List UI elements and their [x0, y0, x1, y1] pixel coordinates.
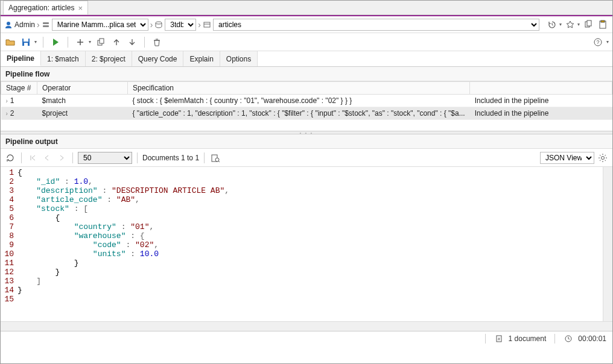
- line-number: 1: [1, 168, 17, 177]
- move-down-icon[interactable]: [126, 36, 138, 48]
- svg-rect-12: [24, 43, 28, 46]
- cell-included: Included in the pipeline: [470, 107, 612, 120]
- chevron-right-icon: ›: [37, 20, 40, 30]
- svg-point-20: [602, 156, 605, 159]
- table-row[interactable]: ›2$project{ "article_code" : 1, "descrip…: [1, 107, 612, 120]
- col-stage[interactable]: Stage #: [1, 82, 37, 95]
- code-line: 10 "units" : 10.0: [1, 249, 612, 259]
- svg-rect-1: [43, 22, 49, 24]
- cell-stage: ›1: [1, 95, 37, 107]
- page-size-select[interactable]: 50: [78, 152, 132, 164]
- code-line: 15: [1, 295, 612, 304]
- col-included[interactable]: [470, 82, 612, 95]
- tab-stage-2[interactable]: 2: $project: [86, 51, 132, 66]
- database-icon: [154, 20, 163, 29]
- collection-select[interactable]: articles: [213, 19, 539, 31]
- breadcrumb: Admin › Marine Mamm...plica set] › 3tdb …: [1, 15, 612, 33]
- next-page-icon[interactable]: [56, 152, 68, 164]
- open-icon[interactable]: [4, 36, 16, 48]
- chevron-right-icon: ›: [150, 20, 153, 30]
- tab-pipeline[interactable]: Pipeline: [1, 51, 41, 66]
- connection-select[interactable]: Marine Mamm...plica set]: [52, 19, 148, 31]
- line-number: 13: [1, 277, 17, 286]
- status-bar: # 1 document 00:00:01: [1, 331, 612, 345]
- vertical-scrollbar[interactable]: [603, 167, 612, 321]
- code-line: 2 "_id" : 1.0,: [1, 177, 612, 186]
- code-line: 14}: [1, 286, 612, 295]
- code-line: 6 {: [1, 213, 612, 222]
- cell-spec: { stock : { $elemMatch : { country : "01…: [128, 95, 470, 107]
- tab-explain[interactable]: Explain: [183, 51, 220, 66]
- horizontal-scrollbar[interactable]: [1, 321, 612, 331]
- table-row[interactable]: ›1$match{ stock : { $elemMatch : { count…: [1, 95, 612, 107]
- chevron-right-icon: ›: [6, 98, 8, 104]
- cell-included: Included in the pipeline: [470, 95, 612, 107]
- line-number: 7: [1, 222, 17, 231]
- chevron-down-icon[interactable]: ▾: [89, 39, 91, 45]
- first-page-icon[interactable]: [27, 152, 39, 164]
- settings-icon[interactable]: [597, 152, 609, 164]
- pipeline-flow-table: Stage # Operator Specification ›1$match{…: [1, 81, 612, 120]
- col-operator[interactable]: Operator: [37, 82, 128, 95]
- cell-stage: ›2: [1, 107, 37, 120]
- svg-point-3: [156, 22, 162, 24]
- refresh-icon[interactable]: [4, 152, 16, 164]
- tab-options[interactable]: Options: [220, 51, 258, 66]
- json-output-editor[interactable]: 1{2 "_id" : 1.0,3 "description" : "DESCR…: [1, 167, 612, 321]
- code-line: 11 }: [1, 259, 612, 268]
- clock-icon: [564, 334, 573, 344]
- svg-rect-2: [43, 25, 49, 27]
- tab-stage-1[interactable]: 1: $match: [41, 51, 86, 66]
- cell-operator: $project: [37, 107, 128, 120]
- star-icon[interactable]: [564, 19, 576, 31]
- history-icon[interactable]: [546, 19, 558, 31]
- chevron-down-icon[interactable]: ▾: [34, 39, 37, 45]
- cell-operator: $match: [37, 95, 128, 107]
- trash-icon[interactable]: [151, 36, 163, 48]
- chevron-down-icon[interactable]: ▾: [559, 22, 562, 27]
- code-line: 5 "stock" : [: [1, 204, 612, 213]
- pipeline-output-header: Pipeline output: [1, 134, 612, 149]
- chevron-down-icon[interactable]: ▾: [606, 39, 609, 45]
- tab-label: Query Code: [138, 55, 177, 63]
- database-select[interactable]: 3tdb: [165, 19, 196, 31]
- view-mode-select[interactable]: JSON View: [540, 152, 594, 164]
- tab-querycode[interactable]: Query Code: [132, 51, 184, 66]
- add-icon[interactable]: [74, 36, 86, 48]
- tab-label: Pipeline: [7, 54, 34, 63]
- chevron-down-icon[interactable]: ▾: [577, 22, 580, 27]
- copy-icon[interactable]: [582, 19, 594, 31]
- code-line: 9 "code" : "02",: [1, 240, 612, 249]
- line-number: 12: [1, 268, 17, 277]
- find-icon[interactable]: [209, 152, 221, 164]
- document-tab-bar: Aggregation: articles ×: [1, 1, 612, 15]
- svg-rect-4: [204, 22, 210, 27]
- line-number: 5: [1, 204, 17, 213]
- section-title: Pipeline flow: [5, 70, 49, 78]
- line-number: 2: [1, 177, 17, 186]
- svg-rect-11: [24, 39, 28, 42]
- output-toolbar: 50 Documents 1 to 1 JSON View: [1, 149, 612, 167]
- help-icon[interactable]: ?: [592, 36, 604, 48]
- svg-line-19: [218, 161, 220, 162]
- line-number: 15: [1, 295, 17, 304]
- save-icon[interactable]: [20, 36, 32, 48]
- tab-label: Options: [226, 55, 251, 63]
- line-number: 11: [1, 259, 17, 268]
- line-number: 4: [1, 195, 17, 204]
- run-icon[interactable]: [49, 36, 62, 48]
- col-spec[interactable]: Specification: [128, 82, 470, 95]
- duplicate-icon[interactable]: [95, 36, 107, 48]
- svg-rect-7: [587, 20, 591, 26]
- collection-icon: [203, 20, 211, 29]
- move-up-icon[interactable]: [110, 36, 122, 48]
- close-icon[interactable]: ×: [78, 4, 83, 13]
- document-count-icon: #: [494, 334, 504, 344]
- svg-text:?: ?: [596, 39, 599, 45]
- paste-icon[interactable]: [597, 19, 609, 31]
- documents-range-label: Documents 1 to 1: [142, 154, 199, 162]
- user-icon: [4, 20, 13, 29]
- prev-page-icon[interactable]: [41, 152, 53, 164]
- document-tab[interactable]: Aggregation: articles ×: [3, 1, 88, 14]
- pipeline-tabs: Pipeline 1: $match 2: $project Query Cod…: [1, 51, 612, 67]
